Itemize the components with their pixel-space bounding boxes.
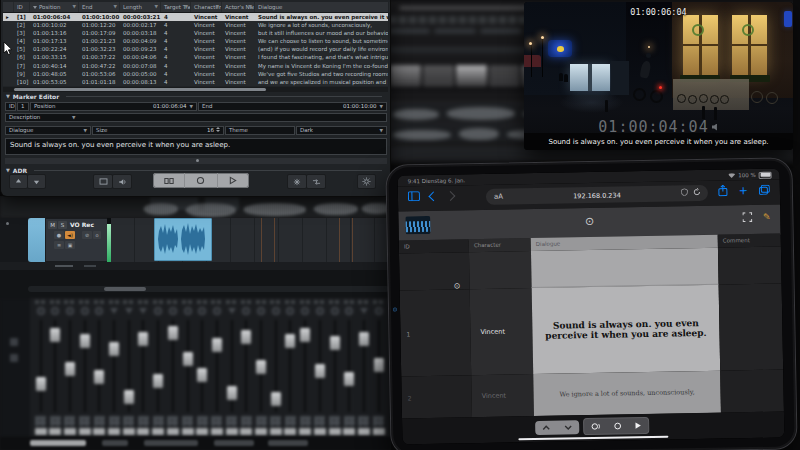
- monitor-button[interactable]: ◄): [65, 231, 75, 239]
- description-dropdown[interactable]: Description ▼: [5, 113, 387, 122]
- play-icon[interactable]: [634, 421, 642, 430]
- solo-button[interactable]: S: [58, 221, 67, 229]
- tab-mixconsole[interactable]: [30, 440, 86, 446]
- mixer-channel-strip[interactable]: [137, 298, 150, 437]
- mixer-channel-strip[interactable]: [313, 298, 326, 437]
- column-header-end[interactable]: End▼: [79, 2, 120, 12]
- marker-row-5[interactable]: [5]01:00:22:2401:00:32:2300:00:09:234Vin…: [3, 45, 388, 53]
- mixer-channel-strip[interactable]: [210, 298, 223, 437]
- adr-next-cue-button[interactable]: [27, 174, 46, 189]
- row-prev-comment[interactable]: [718, 247, 782, 285]
- row-2-id[interactable]: 2: [401, 375, 472, 418]
- attribute-type-dropdown[interactable]: Dialogue▼: [5, 126, 91, 135]
- record-enable-button[interactable]: ●: [54, 231, 64, 239]
- mixer-channel-strip[interactable]: [240, 298, 253, 437]
- mixer-channel-strip[interactable]: [299, 298, 312, 437]
- adr-record-button[interactable]: [185, 173, 217, 188]
- marker-row-9[interactable]: [9]01:00:48:0501:00:53:0600:00:05:004Vin…: [3, 70, 388, 78]
- audio-event[interactable]: [154, 218, 212, 261]
- mixer-channel-strip[interactable]: [269, 298, 282, 437]
- size-field[interactable]: Size 16: [92, 126, 224, 135]
- rehearse-icon[interactable]: [590, 422, 601, 431]
- tabs-icon[interactable]: [759, 185, 770, 195]
- read-automation-button[interactable]: ≡: [54, 241, 64, 249]
- theme-dropdown[interactable]: Dark▼: [296, 126, 387, 135]
- marker-row-6[interactable]: [6]01:00:33:1501:00:37:2200:00:04:064Vin…: [3, 53, 388, 61]
- row-1-comment[interactable]: [719, 284, 784, 371]
- row-prev-dialogue[interactable]: [531, 248, 719, 288]
- mute-button[interactable]: M: [48, 221, 57, 229]
- row-1-character[interactable]: Vincent: [470, 288, 534, 375]
- row-1-id[interactable]: 1: [400, 289, 472, 376]
- mixer-channel-strip[interactable]: [196, 298, 209, 437]
- mixer-channel-strip[interactable]: [93, 298, 106, 437]
- marker-position-field[interactable]: Position ▼ 01:00:06:04: [30, 102, 197, 111]
- row-2-comment[interactable]: [720, 369, 784, 412]
- track-lane[interactable]: [111, 218, 391, 262]
- column-header-target_track[interactable]: Target Track▼: [161, 2, 191, 12]
- mixer-channel-strip[interactable]: [63, 298, 76, 437]
- record-icon[interactable]: [613, 421, 622, 430]
- row-1-dialogue[interactable]: Sound is always on. you even perceive it…: [532, 285, 721, 374]
- mixer-channel-strip[interactable]: [284, 298, 297, 437]
- row-2-dialogue[interactable]: We ignore a lot of sounds, unconsciously…: [533, 371, 721, 416]
- dialogue-text-area[interactable]: Sound is always on. you even perceive it…: [5, 138, 387, 155]
- column-header-id[interactable]: ID: [14, 2, 30, 12]
- tab-2[interactable]: [102, 440, 128, 446]
- adr-audition-button[interactable]: [112, 174, 132, 189]
- horizontal-scrollbar[interactable]: [28, 286, 389, 292]
- mixer-channel-strip[interactable]: [49, 298, 62, 437]
- row-prev-character[interactable]: [469, 251, 532, 289]
- freeze-button[interactable]: ⊘: [82, 231, 92, 239]
- mixer-channel-strip[interactable]: [328, 298, 341, 437]
- adr-review-button[interactable]: [218, 173, 249, 188]
- column-header-length[interactable]: Length▼: [120, 2, 161, 12]
- track-name[interactable]: VO Rec: [70, 221, 94, 228]
- mixer-channel-strip[interactable]: [122, 298, 135, 437]
- share-icon[interactable]: [718, 184, 728, 196]
- mixer-channel-strip[interactable]: [34, 298, 47, 437]
- adr-setup-button[interactable]: [357, 174, 376, 189]
- tab-5[interactable]: [268, 440, 308, 446]
- prev-cue-button[interactable]: [542, 425, 550, 431]
- adr-swap-button[interactable]: [306, 174, 326, 189]
- marker-editor-section-header[interactable]: ▼ Marker Editor: [6, 92, 382, 100]
- edit-pencil-icon[interactable]: ✎: [763, 212, 771, 222]
- forward-button[interactable]: [445, 191, 455, 201]
- mixer-channel-strip[interactable]: [78, 298, 91, 437]
- editor-options-bar[interactable]: [5, 158, 387, 164]
- lock-button[interactable]: o: [93, 231, 101, 239]
- mixer-channel-strip[interactable]: [255, 298, 268, 437]
- new-tab-button[interactable]: +: [739, 185, 748, 196]
- mixer-channel-strip[interactable]: [152, 298, 165, 437]
- mixer-channel-strip[interactable]: [181, 298, 194, 437]
- mixer-channel-strip[interactable]: [225, 298, 238, 437]
- adr-video-mode-button[interactable]: [93, 174, 113, 189]
- fullscreen-icon[interactable]: [743, 212, 753, 222]
- marker-row-10[interactable]: [10]01:00:53:0501:01:01:1800:00:08:134Vi…: [3, 78, 388, 86]
- marker-row-1[interactable]: ▸[1]01:00:06:0401:00:10:0000:00:03:214Vi…: [3, 13, 388, 21]
- home-indicator[interactable]: [518, 435, 668, 440]
- marker-row-7[interactable]: [7]01:00:40:1401:00:47:2200:00:07:084Vin…: [3, 62, 388, 70]
- follow-playhead-icon[interactable]: ⊙: [398, 212, 780, 232]
- mixer-channel-strip[interactable]: [108, 298, 121, 437]
- marker-end-field[interactable]: End ▼ 01:00:10:00: [198, 102, 387, 111]
- mixer-channel-strip[interactable]: [343, 298, 356, 437]
- back-button[interactable]: [428, 191, 438, 201]
- next-cue-button[interactable]: [564, 424, 572, 430]
- mixer-channel-strip[interactable]: [357, 298, 370, 437]
- tab-3[interactable]: [144, 440, 198, 446]
- marker-row-4[interactable]: [4]01:00:17:1301:00:21:2300:00:04:094Vin…: [3, 37, 388, 45]
- tab-4[interactable]: [214, 440, 254, 446]
- adr-rehearse-button[interactable]: [153, 173, 185, 188]
- adr-takes-button[interactable]: [287, 174, 307, 189]
- adr-previous-cue-button[interactable]: [9, 174, 28, 189]
- size-spinner[interactable]: [216, 127, 220, 132]
- row-2-character[interactable]: Vincent: [471, 374, 534, 417]
- column-header-character[interactable]: Character▼: [191, 2, 222, 12]
- sidebar-icon[interactable]: [408, 191, 420, 201]
- mixer-channel-strip[interactable]: [166, 298, 179, 437]
- reload-icon[interactable]: [693, 188, 701, 196]
- mixer-channel-strip[interactable]: [372, 298, 385, 437]
- marker-row-2[interactable]: [2]01:00:10:0201:00:12:2000:00:02:174Vin…: [3, 21, 388, 29]
